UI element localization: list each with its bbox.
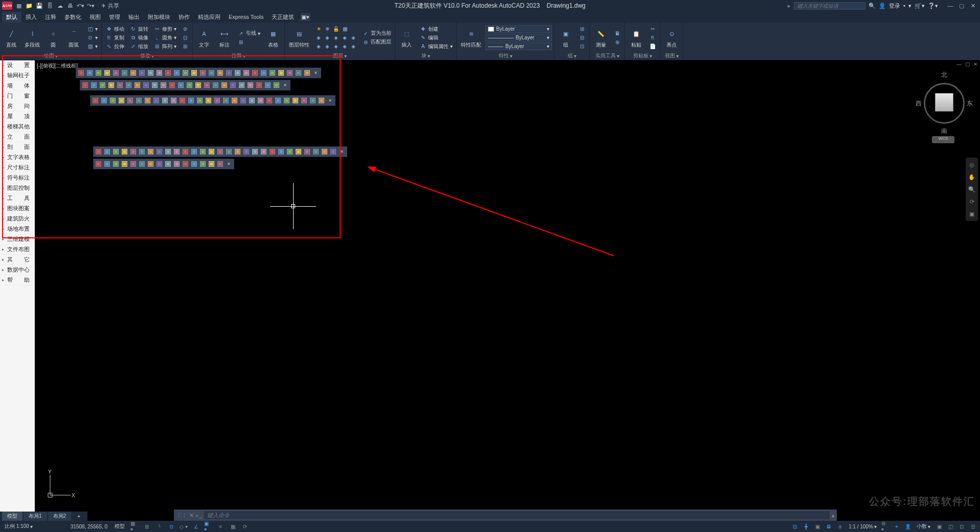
viewcube-top[interactable] [935, 93, 953, 112]
toolbar-button[interactable] [187, 96, 195, 105]
toolbar-button[interactable] [185, 81, 194, 90]
tab-addins[interactable]: 附加模块 [144, 12, 174, 23]
sidebar-item[interactable]: ▸文字表格 [0, 152, 35, 163]
sidebar-item[interactable]: ▸房 间 [0, 101, 35, 112]
measure-button[interactable]: 📏测量 [592, 26, 610, 50]
status-misc-4-icon[interactable]: 🖥 [825, 522, 833, 530]
copy-button[interactable]: ⎘复制 [104, 34, 126, 42]
toolbar-button[interactable] [126, 96, 135, 105]
toolbar-button[interactable] [155, 69, 164, 77]
toolbar-button[interactable] [146, 147, 155, 156]
command-input[interactable] [204, 511, 830, 519]
compass-east[interactable]: 东 [967, 99, 973, 108]
status-misc-3-icon[interactable]: ▣ [813, 522, 821, 530]
tab-layout1[interactable]: 布局1 [24, 512, 47, 521]
toolbar-button[interactable] [308, 96, 317, 105]
annot-misc[interactable]: ⊞ [236, 38, 262, 46]
nav-pan-icon[interactable]: ✋ [967, 172, 977, 182]
toolbar-button[interactable] [272, 81, 281, 90]
move-button[interactable]: ✥移动 [104, 25, 126, 33]
transparency-icon[interactable]: ▦ [229, 522, 237, 530]
toolbar-button[interactable] [225, 69, 233, 77]
tab-default[interactable]: 默认 [2, 12, 21, 23]
toolbar-button[interactable] [146, 160, 155, 168]
status-end-2-icon[interactable]: ◫ [946, 522, 954, 530]
floating-toolbar-1[interactable]: ✕ [76, 68, 321, 78]
toolbar-button[interactable] [164, 147, 172, 156]
toolbar-button[interactable] [204, 96, 213, 105]
toolbar-button[interactable] [129, 147, 138, 156]
status-end-3-icon[interactable]: ⊡ [957, 522, 966, 530]
cmdline-handle-icon[interactable]: ⋮⋮ [176, 512, 187, 519]
toolbar-button[interactable] [181, 69, 190, 77]
toolbar-button[interactable] [242, 147, 251, 156]
login-label[interactable]: 登录 [889, 2, 900, 10]
toolbar-button[interactable] [251, 69, 259, 77]
toolbar-button[interactable] [248, 96, 256, 105]
toolbar-button[interactable] [320, 147, 329, 156]
toolbar-button[interactable] [124, 81, 133, 90]
tab-layout2[interactable]: 布局2 [48, 512, 72, 521]
status-menu-icon[interactable]: ☰ [969, 522, 977, 530]
wcs-button[interactable]: WCS [932, 136, 954, 143]
toolbar-button[interactable] [195, 96, 204, 105]
floating-toolbar-5[interactable]: ✕ [93, 159, 234, 169]
color-dropdown[interactable]: ByLayer▾ [485, 25, 552, 33]
compass-south[interactable]: 南 [941, 127, 947, 136]
toolbar-button[interactable] [277, 69, 285, 77]
toolbar-button[interactable] [285, 69, 294, 77]
vp-maximize-icon[interactable]: ▢ [964, 61, 971, 69]
rotate-button[interactable]: ↻旋转 [128, 25, 150, 33]
status-scale[interactable]: 比例 1:100 ▾ [3, 523, 34, 530]
toolbar-button[interactable] [329, 147, 338, 156]
floating-toolbar-3[interactable]: ✕ [90, 95, 336, 106]
status-person-icon[interactable]: 👤 [904, 522, 912, 530]
toolbar-button[interactable] [181, 160, 190, 168]
toolbar-button[interactable] [138, 69, 146, 77]
status-misc-1-icon[interactable]: ⊡ [791, 522, 799, 530]
lwt-toggle-icon[interactable]: ≡ [216, 522, 225, 530]
line-button[interactable]: ╱直线 [2, 26, 20, 50]
toolbar-button[interactable] [120, 147, 129, 156]
toolbar-button[interactable] [207, 69, 216, 77]
toolbar-button[interactable] [103, 69, 112, 77]
layer-state-1[interactable]: ☀❄🔓▦ [314, 25, 359, 33]
toolbar-close-icon[interactable]: ✕ [225, 160, 233, 168]
sidebar-item[interactable]: ▸帮 助 [0, 275, 35, 285]
viewport-label[interactable]: [-][俯视][二维线框] [37, 62, 78, 70]
leader-button[interactable]: ↗引线 ▾ [236, 29, 262, 37]
toolbar-button[interactable] [239, 96, 248, 105]
block-insert-button[interactable]: ⬚插入 [397, 26, 416, 50]
toolbar-button[interactable] [216, 69, 225, 77]
qat-save-icon[interactable]: 💾 [35, 1, 44, 10]
help-icon[interactable]: ❔▾ [928, 3, 938, 9]
qat-new-icon[interactable]: ▦ [14, 1, 24, 10]
block-create-button[interactable]: ✚创建 [418, 25, 454, 33]
modify-misc-2[interactable]: ⊡ [180, 34, 190, 42]
tab-collab[interactable]: 协作 [174, 12, 194, 23]
otrack-toggle-icon[interactable]: ▣ ▾ [204, 522, 212, 530]
modify-misc-1[interactable]: ⊘ [180, 25, 190, 33]
cut-button[interactable]: ✂ [648, 25, 658, 33]
share-button[interactable]: ✈ 共享 [101, 2, 119, 10]
toolbar-button[interactable] [246, 81, 255, 90]
layer-ops-row2[interactable]: ◈◈◈◈◈ [314, 42, 359, 51]
modify-misc-3[interactable]: ⊞ [180, 42, 190, 51]
draw-misc-1[interactable]: ◫▾ [85, 25, 99, 33]
status-zoom[interactable]: 1:1 / 100% ▾ [847, 524, 878, 529]
toolbar-button[interactable] [138, 160, 146, 168]
toolbar-button[interactable] [85, 69, 94, 77]
toolbar-button[interactable] [230, 96, 239, 105]
toolbar-button[interactable] [169, 96, 178, 105]
toolbar-button[interactable] [168, 81, 176, 90]
toolbar-button[interactable] [129, 69, 138, 77]
tab-featured[interactable]: 精选应用 [194, 12, 225, 23]
toolbar-button[interactable] [161, 96, 169, 105]
toolbar-button[interactable] [120, 69, 129, 77]
scale-button[interactable]: ⤢缩放 [128, 42, 150, 51]
toolbar-button[interactable] [216, 147, 225, 156]
toolbar-button[interactable] [285, 147, 294, 156]
minimize-button[interactable]: — [945, 1, 955, 10]
draw-misc-2[interactable]: ⊙▾ [85, 34, 99, 42]
toolbar-button[interactable] [143, 96, 152, 105]
